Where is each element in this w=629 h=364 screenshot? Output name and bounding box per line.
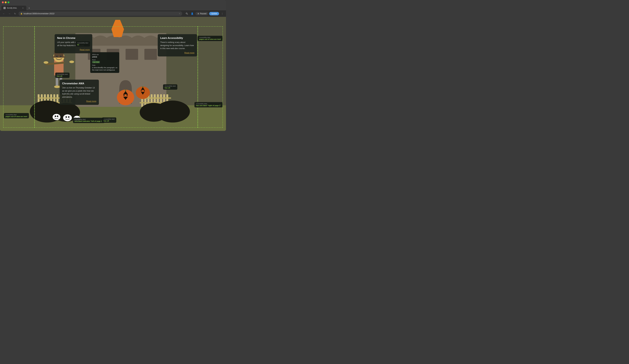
address-bar: ← → ↻ 🔒 localhost:3000/chrometober-2022/… bbox=[0, 10, 226, 17]
article-learn-accessibility-body: There's nothing scary about designing fo… bbox=[160, 41, 194, 50]
maximize-traffic-light[interactable] bbox=[7, 1, 9, 3]
acce-tag: <a> link bbox=[92, 61, 100, 63]
menu-icon[interactable]: ⋮ bbox=[220, 11, 224, 16]
active-tab[interactable]: Scrolly time. ✕ bbox=[1, 6, 26, 10]
extension-icon[interactable]: 🔌 bbox=[185, 11, 189, 16]
minimize-traffic-light[interactable] bbox=[5, 1, 6, 3]
acc-label-alt-value: has alt bbox=[57, 75, 68, 77]
acc-badge-pages-left: Accessibility label pages out of view ar… bbox=[4, 113, 29, 118]
acce-label-section: Acce <a> link bbox=[92, 59, 117, 64]
article-learn-accessibility-title: Learn Accessibility bbox=[160, 37, 194, 39]
acc-label-pages-right-label: Accessibility label bbox=[199, 37, 221, 38]
update-button[interactable]: Update bbox=[209, 12, 219, 15]
acc-label-aria-right-value: has aria label "right of page 1" bbox=[196, 104, 221, 106]
browser-window: Scrolly time. ✕ + ← → ↻ 🔒 localhost:3000… bbox=[0, 0, 226, 131]
acc-label-alt2-value: has alt bbox=[165, 87, 176, 89]
aria-role-label: ARIA role bbox=[92, 54, 117, 56]
acc-label-aria-left-label: Accessibility label bbox=[75, 119, 103, 120]
close-traffic-light[interactable] bbox=[2, 1, 4, 3]
new-tab-button[interactable]: + bbox=[27, 6, 31, 10]
article-chrometober-ama: Chrometober AMA Join us live on Thursday… bbox=[60, 80, 99, 105]
acc-label-alt-label: Accessibility label bbox=[57, 74, 68, 75]
acc-label-alt2-label: Accessibility label bbox=[165, 85, 176, 87]
tab-close-button[interactable]: ✕ bbox=[22, 7, 24, 9]
content-area: New in Chrome Lift your spirits with a r… bbox=[0, 17, 226, 131]
acc-label-k2-label: Accessibility label bbox=[77, 42, 88, 44]
star-icon: ☆ bbox=[179, 12, 180, 14]
tab-favicon bbox=[3, 7, 6, 9]
paused-button[interactable]: ⏸ Paused bbox=[195, 12, 208, 15]
acc-badge-k2: Accessibility label k2 bbox=[76, 41, 90, 47]
article-chrometober-ama-body: Join us live on Thursday October 13 as w… bbox=[62, 86, 96, 98]
acc-label-pages-right-value: pages out of view are inert bbox=[199, 38, 221, 40]
article-new-in-chrome-read-more[interactable]: Read more bbox=[57, 48, 90, 51]
title-bar bbox=[0, 0, 226, 5]
acc-outline-right bbox=[198, 26, 223, 128]
acc-badge-aria-right: Accessibility label has aria label "righ… bbox=[194, 102, 223, 107]
acc-label-pages-left-value: pages out of view are inert bbox=[5, 115, 27, 117]
tab-bar: Scrolly time. ✕ + bbox=[0, 5, 226, 10]
aria-tooltip: ARIA role article Acce <a> link Note is … bbox=[90, 52, 119, 73]
acc-label-k2-value: k2 bbox=[77, 44, 88, 46]
acc-label-aria-right-label: Accessibility label bbox=[196, 103, 221, 104]
acc-badge-pages-right: Accessibility label pages out of view ar… bbox=[198, 36, 223, 41]
acc-badge-pumpkin-alt: Accessibility label has alt bbox=[163, 84, 177, 90]
acc-label-aria-left-value: aria-label indicates "left of page 1" bbox=[75, 120, 103, 122]
article-chrometober-ama-title: Chrometober AMA bbox=[62, 82, 96, 85]
acc-label-pages-left-label: Accessibility label bbox=[5, 114, 27, 115]
acc-badge-scarecrow-alt: Accessibility label has alt bbox=[55, 73, 70, 78]
acc-badge-ghost-alt: Accessibility label has alt bbox=[102, 117, 116, 123]
paused-label: Paused bbox=[200, 12, 206, 15]
note-label: Note bbox=[92, 64, 117, 66]
article-learn-accessibility: Learn Accessibility There's nothing scar… bbox=[158, 34, 197, 56]
back-button[interactable]: ← bbox=[1, 11, 6, 16]
note-text: is describedBy the paragraph, so the rea… bbox=[92, 67, 117, 71]
tab-title: Scrolly time. bbox=[7, 7, 20, 9]
aria-role-value: article bbox=[92, 56, 117, 58]
url-bar[interactable]: 🔒 localhost:3000/chrometober-2022/ ☆ bbox=[18, 11, 182, 16]
acc-outline-left bbox=[3, 26, 34, 128]
browser-actions: 🔌 👤 ⏸ Paused Update ⋮ bbox=[185, 11, 224, 16]
profile-icon[interactable]: 👤 bbox=[190, 11, 194, 16]
article-new-in-chrome-title: New in Chrome bbox=[57, 37, 90, 39]
url-text: localhost:3000/chrometober-2022/ bbox=[23, 12, 178, 15]
update-label: Update bbox=[211, 12, 217, 15]
acc-label-ghost-label: Accessibility label bbox=[104, 118, 115, 120]
pause-icon: ⏸ bbox=[197, 12, 199, 15]
acce-label: Acce bbox=[92, 59, 117, 61]
forward-button[interactable]: → bbox=[7, 11, 12, 16]
article-chrometober-ama-read-more[interactable]: Read more bbox=[62, 100, 96, 102]
article-learn-accessibility-read-more[interactable]: Read more bbox=[160, 52, 194, 54]
acc-label-ghost-value: has alt bbox=[104, 120, 115, 122]
acc-badge-aria-left: Accessibility label aria-label indicates… bbox=[73, 118, 104, 123]
lock-icon: 🔒 bbox=[20, 12, 23, 14]
refresh-button[interactable]: ↻ bbox=[13, 11, 17, 16]
